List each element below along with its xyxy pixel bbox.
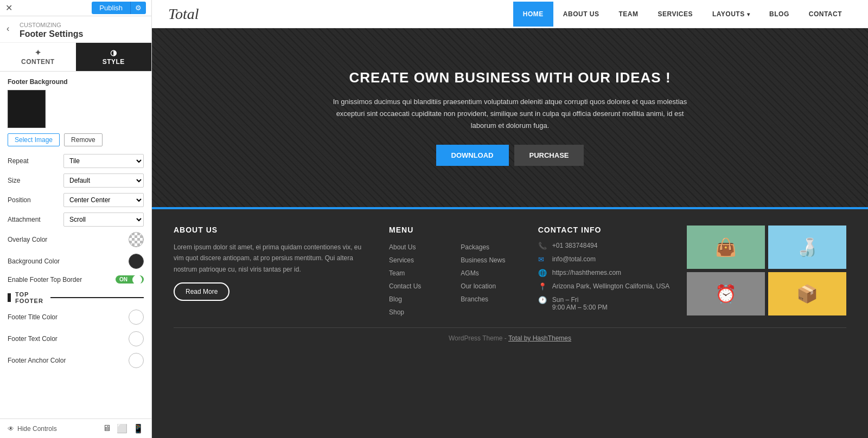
nav-item-services[interactable]: SERVICES (648, 2, 703, 27)
hide-controls-button[interactable]: 👁 Hide Controls (8, 425, 57, 433)
menu-link-blog[interactable]: Blog (389, 295, 402, 303)
copyright-link[interactable]: Total by HashThemes (508, 334, 571, 342)
nav-link-contact[interactable]: CONTACT (799, 2, 852, 27)
contact-item-address: 📍 Arizona Park, Wellington California, U… (538, 282, 671, 291)
menu-link-shop[interactable]: Shop (389, 308, 404, 316)
nav-item-contact[interactable]: CONTACT (799, 2, 852, 27)
tab-content[interactable]: ✦ CONTENT (0, 43, 76, 71)
purchase-button[interactable]: PURCHASE (514, 145, 584, 166)
nav-link-team[interactable]: TEAM (609, 2, 648, 27)
footer-top: ABOUT US Lorem ipsum dolor sit amet, ei … (174, 226, 846, 317)
list-item[interactable]: Services (389, 255, 450, 265)
footer-contact-col: CONTACT INFO 📞 +01 383748494 ✉ info@tota… (538, 226, 671, 317)
menu-link-services[interactable]: Services (389, 256, 414, 264)
tablet-icon[interactable]: ⬜ (117, 423, 127, 434)
list-item[interactable]: AGMs (461, 268, 521, 278)
menu-link-about[interactable]: About Us (389, 243, 416, 251)
tab-style[interactable]: ◑ STYLE (76, 43, 152, 71)
footer-title-color-swatch[interactable] (129, 310, 144, 325)
customizing-label: Customizing (20, 22, 144, 28)
contact-item-website: 🌐 https://hashthemes.com (538, 269, 671, 277)
nav-item-home[interactable]: HOME (513, 2, 553, 27)
email-icon: ✉ (538, 255, 547, 263)
menu-link-business[interactable]: Business News (461, 256, 505, 264)
menu-link-agms[interactable]: AGMs (461, 269, 478, 277)
size-select[interactable]: Default (63, 173, 144, 188)
device-icons: 🖥 ⬜ 📱 (103, 423, 144, 434)
read-more-button[interactable]: Read More (174, 282, 229, 301)
right-panel: Total HOME ABOUT US TEAM SERVICES LAYOUT… (152, 0, 868, 438)
select-image-button[interactable]: Select Image (8, 133, 60, 146)
menu-link-packages[interactable]: Packages (461, 243, 489, 251)
bg-color-swatch[interactable] (8, 90, 46, 128)
left-panel: ✕ Publish ⚙ ‹ Customizing Footer Setting… (0, 0, 152, 438)
top-footer-label: TOP FOOTER (15, 291, 46, 304)
list-item[interactable]: Contact Us (389, 281, 450, 291)
menu-link-branches[interactable]: Branches (461, 295, 488, 303)
gallery-grid: 👜 🍶 ⏰ 📦 (687, 226, 846, 315)
background-color-swatch[interactable] (129, 254, 144, 269)
nav-item-about[interactable]: ABOUT US (553, 2, 609, 27)
contact-hours: Sun – Fri9:00 AM – 5:00 PM (552, 296, 608, 311)
contact-item-phone: 📞 +01 383748494 (538, 242, 671, 250)
toggle-text: ON (118, 276, 129, 282)
mobile-icon[interactable]: 📱 (133, 423, 144, 434)
overlay-color-row: Overlay Color (8, 232, 144, 247)
gallery-item-4[interactable]: 📦 (768, 272, 846, 315)
nav-link-services[interactable]: SERVICES (648, 2, 703, 27)
position-select[interactable]: Center Center (63, 193, 144, 207)
nav-item-blog[interactable]: BLOG (760, 2, 799, 27)
hero-buttons: DOWNLOAD PURCHASE (326, 145, 694, 166)
footer-bottom: WordPress Theme - Total by HashThemes (174, 327, 846, 349)
list-item[interactable]: Blog (389, 294, 450, 304)
list-item[interactable]: Shop (389, 307, 450, 317)
nav-link-layouts[interactable]: LAYOUTS ▾ (703, 2, 760, 27)
back-button[interactable]: ‹ (7, 24, 9, 34)
customizing-header: ‹ Customizing Footer Settings (0, 16, 151, 43)
top-bar: ✕ Publish ⚙ (0, 0, 151, 16)
footer-about-col: ABOUT US Lorem ipsum dolor sit amet, ei … (174, 226, 373, 317)
nav-link-blog[interactable]: BLOG (760, 2, 799, 27)
list-item[interactable]: Team (389, 268, 450, 278)
footer-anchor-color-swatch[interactable] (129, 353, 144, 368)
footer-menu-col: MENU About Us Packages Services Business… (389, 226, 522, 317)
nav-link-home[interactable]: HOME (513, 2, 553, 27)
attachment-label: Attachment (8, 216, 41, 223)
footer-text-color-swatch[interactable] (129, 331, 144, 346)
download-button[interactable]: DOWNLOAD (436, 145, 509, 166)
repeat-select[interactable]: Tile (63, 154, 144, 168)
list-item[interactable]: Business News (461, 255, 521, 265)
list-item[interactable]: Our location (461, 281, 521, 291)
footer-background-label: Footer Background (8, 78, 144, 86)
bottom-bar: 👁 Hide Controls 🖥 ⬜ 📱 (0, 418, 151, 438)
hero-title: CREATE OWN BUSINESS WITH OUR IDEAS ! (326, 69, 694, 86)
list-item[interactable]: Packages (461, 242, 521, 252)
footer-top-border-toggle[interactable]: ON (116, 275, 144, 284)
nav-link-about[interactable]: ABOUT US (553, 2, 609, 27)
globe-icon: 🌐 (538, 269, 547, 277)
hero-section: CREATE OWN BUSINESS WITH OUR IDEAS ! In … (152, 28, 868, 207)
menu-link-location[interactable]: Our location (461, 282, 496, 290)
gallery-item-1[interactable]: 👜 (687, 226, 765, 269)
nav-item-layouts[interactable]: LAYOUTS ▾ (703, 2, 760, 27)
attachment-select[interactable]: Scroll (63, 212, 144, 227)
footer-title-color-row: Footer Title Color (8, 310, 144, 325)
close-button[interactable]: ✕ (5, 3, 12, 13)
site-nav: Total HOME ABOUT US TEAM SERVICES LAYOUT… (152, 0, 868, 28)
publish-main-button[interactable]: Publish (92, 2, 130, 14)
menu-link-team[interactable]: Team (389, 269, 405, 277)
desktop-icon[interactable]: 🖥 (103, 423, 111, 434)
publish-gear-button[interactable]: ⚙ (130, 2, 146, 14)
gallery-item-2[interactable]: 🍶 (768, 226, 846, 269)
site-logo: Total (168, 5, 199, 23)
gallery-item-3[interactable]: ⏰ (687, 272, 765, 315)
remove-button[interactable]: Remove (64, 133, 103, 146)
footer-menu-list: About Us Packages Services Business News… (389, 242, 522, 317)
position-label: Position (8, 196, 31, 204)
list-item[interactable]: About Us (389, 242, 450, 252)
menu-link-contact[interactable]: Contact Us (389, 282, 421, 290)
clock-icon: 🕐 (538, 296, 547, 304)
nav-item-team[interactable]: TEAM (609, 2, 648, 27)
list-item[interactable]: Branches (461, 294, 521, 304)
overlay-color-swatch[interactable] (129, 232, 144, 247)
